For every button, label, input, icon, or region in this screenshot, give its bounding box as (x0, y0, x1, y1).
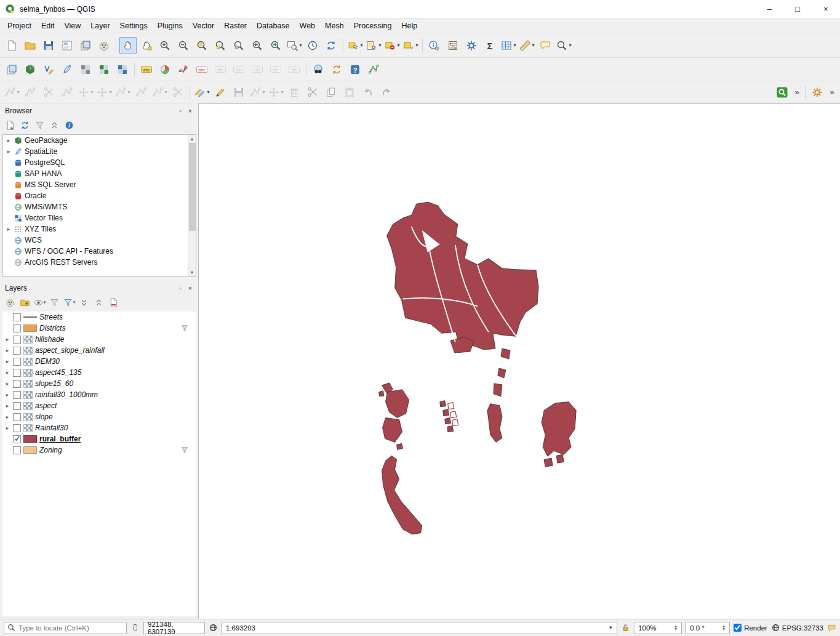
menu-item[interactable]: Help (396, 20, 422, 32)
layer-name[interactable]: Zoning (39, 446, 62, 454)
expand-arrow-icon[interactable] (4, 358, 10, 364)
select-features-by-value[interactable] (365, 37, 382, 54)
new-virtual-layer[interactable] (114, 61, 131, 78)
save-layer-edits[interactable] (230, 84, 247, 101)
metasearch[interactable] (310, 61, 327, 78)
enable-disable-properties[interactable] (62, 118, 76, 132)
close-button[interactable]: × (812, 0, 840, 18)
coordinate-display[interactable]: 921348, 6307139 (143, 622, 205, 634)
layer-item[interactable]: aspect_slope_rainfall (2, 345, 196, 356)
clip-tool[interactable] (40, 84, 57, 101)
menu-item[interactable]: Web (295, 20, 320, 32)
refresh-browser[interactable] (17, 118, 32, 132)
layer-checkbox[interactable] (13, 347, 21, 355)
move-label[interactable] (212, 61, 229, 78)
layer-name[interactable]: rainfall30_1000mm (35, 390, 98, 399)
collapse-all-layers[interactable] (91, 295, 106, 310)
filter-legend-by-expression[interactable] (62, 295, 76, 310)
refresh-map[interactable] (322, 37, 340, 54)
menu-item[interactable]: Database (252, 20, 295, 32)
tracking-mouse-icon[interactable] (130, 623, 140, 632)
menu-item[interactable]: Settings (115, 20, 153, 32)
layer-item[interactable]: DEM30 (2, 356, 196, 367)
expand-arrow-icon[interactable] (4, 347, 10, 353)
layer-item[interactable]: Districts (2, 323, 196, 334)
spinner-arrows-icon[interactable]: ▲▼ (722, 625, 726, 631)
layer-name[interactable]: hillshade (35, 335, 64, 344)
save-project[interactable] (40, 37, 57, 54)
minimize-button[interactable]: – (755, 0, 783, 18)
show-layout-manager[interactable] (77, 37, 94, 54)
layer-checkbox[interactable] (13, 402, 21, 410)
expand-arrow-icon[interactable] (4, 336, 10, 342)
layer-item[interactable]: rainfall30_1000mm (2, 389, 196, 400)
zoom-to-selection[interactable] (212, 37, 229, 54)
scale-combobox[interactable]: 1:693203 ▼ (222, 622, 617, 634)
layer-item[interactable]: aspect45_135 (2, 367, 196, 378)
new-shapefile-layer[interactable] (40, 61, 57, 78)
layer-name[interactable]: aspect_slope_rainfall (35, 346, 105, 355)
show-statistics[interactable] (481, 37, 498, 54)
maximize-button[interactable]: □ (783, 0, 812, 18)
open-attribute-table[interactable] (500, 37, 517, 54)
extents-toggle-icon[interactable] (209, 623, 218, 632)
new-map-view[interactable] (286, 37, 303, 54)
offset-curve-tool[interactable] (95, 84, 113, 101)
select-features[interactable] (346, 37, 364, 54)
layer-checkbox[interactable] (13, 435, 21, 443)
curved-label[interactable] (267, 61, 284, 78)
zoom-in[interactable] (156, 37, 174, 54)
new-temporary-scratch-layer[interactable] (77, 61, 94, 78)
locate-toolbar[interactable] (774, 84, 791, 101)
split-features-tool[interactable] (132, 84, 150, 101)
lock-scale-icon[interactable] (621, 623, 630, 632)
spinner-arrows-icon[interactable]: ▲▼ (674, 625, 678, 631)
browser-scrollbar[interactable]: ▲ ▼ (188, 135, 196, 276)
layer-checkbox[interactable] (13, 391, 21, 399)
collapse-all-browser[interactable] (47, 118, 62, 132)
new-mesh-layer[interactable] (95, 61, 113, 78)
menu-item[interactable]: Edit (36, 20, 60, 32)
manage-map-themes[interactable] (32, 295, 47, 310)
pan-to-selection[interactable] (138, 37, 155, 54)
messages-icon[interactable] (827, 623, 836, 632)
toggle-editing[interactable] (212, 84, 229, 101)
expand-all-layers[interactable] (76, 295, 91, 310)
layer-checkbox[interactable] (13, 336, 21, 344)
menu-item[interactable]: Mesh (320, 20, 349, 32)
rotate-feature-tool[interactable] (77, 84, 94, 101)
render-checkbox[interactable] (734, 624, 742, 632)
expand-arrow-icon[interactable] (4, 403, 10, 409)
menu-item[interactable]: View (59, 20, 86, 32)
expand-arrow-icon[interactable] (4, 369, 10, 376)
pan-map[interactable] (119, 37, 137, 54)
layer-diagram-options[interactable] (156, 61, 174, 78)
menu-item[interactable]: Layer (86, 20, 114, 32)
expand-arrow-icon[interactable] (6, 226, 12, 232)
menu-item[interactable]: Processing (349, 20, 397, 32)
vertex-tool[interactable] (151, 84, 168, 101)
layer-item[interactable]: rural_buffer (2, 433, 196, 445)
paste-features[interactable] (341, 84, 358, 101)
rotate-label[interactable] (230, 61, 247, 78)
layer-checkbox[interactable] (13, 313, 21, 321)
expand-arrow-icon[interactable] (4, 425, 10, 431)
browser-item[interactable]: XYZ Tiles (3, 223, 196, 235)
new-print-layout[interactable] (58, 37, 76, 54)
layer-name[interactable]: aspect (35, 401, 57, 410)
layer-name[interactable]: DEM30 (35, 357, 60, 366)
zoom-full[interactable] (193, 37, 210, 54)
expand-arrow-icon[interactable] (6, 137, 12, 143)
new-spatialite-layer[interactable] (58, 61, 76, 78)
delete-selected[interactable] (286, 84, 303, 101)
render-toggle[interactable]: Render (734, 624, 767, 632)
reshape-tool[interactable] (114, 84, 131, 101)
menu-item[interactable]: Plugins (153, 20, 188, 32)
browser-item[interactable]: SpatiaLite (3, 146, 196, 157)
browser-item[interactable]: WMS/WMTS (3, 201, 196, 212)
expand-arrow-icon[interactable] (4, 380, 10, 387)
new-project[interactable] (3, 37, 20, 54)
browser-undock-icon[interactable]: ▫ (175, 106, 185, 116)
layer-item[interactable]: Rainfall30 (2, 422, 196, 433)
map-canvas[interactable] (198, 103, 840, 619)
